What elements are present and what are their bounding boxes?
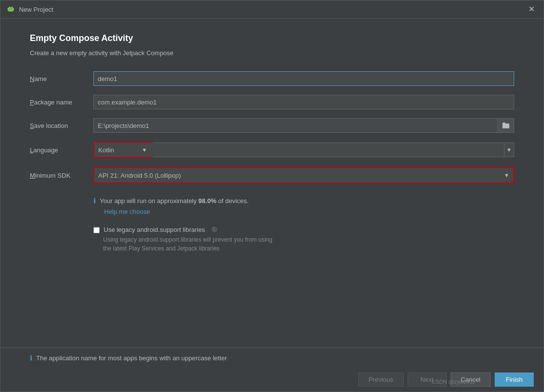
language-select-wrapper: Kotlin Java ▼ xyxy=(93,142,152,158)
minimum-sdk-select[interactable]: API 21: Android 5.0 (Lollipop) API 22: A… xyxy=(94,168,513,183)
legacy-libraries-checkbox[interactable] xyxy=(93,227,100,233)
language-dropdown-right-icon: ▼ xyxy=(504,143,514,157)
help-choose-row: Help me choose xyxy=(104,208,514,215)
browse-folder-button[interactable] xyxy=(498,118,514,133)
name-input[interactable] xyxy=(93,71,514,86)
sdk-info-icon: ℹ xyxy=(93,197,96,205)
android-logo-icon xyxy=(6,5,15,14)
new-project-dialog: New Project ✕ Empty Compose Activity Cre… xyxy=(0,0,544,392)
legacy-libraries-section: Use legacy android.support libraries ⓪ U… xyxy=(93,226,514,253)
svg-line-2 xyxy=(9,6,10,7)
legacy-checkbox-row: Use legacy android.support libraries ⓪ xyxy=(93,226,514,233)
sdk-coverage-text: Your app will run on approximately 98.0%… xyxy=(100,196,249,206)
svg-line-3 xyxy=(12,6,13,7)
minimum-sdk-row: Minimum SDK API 21: Android 5.0 (Lollipo… xyxy=(30,167,514,184)
package-name-label: Package name xyxy=(30,99,93,106)
help-me-choose-link[interactable]: Help me choose xyxy=(104,208,150,215)
package-name-input[interactable] xyxy=(93,95,514,109)
save-location-input-group xyxy=(93,118,514,133)
dialog-content: Empty Compose Activity Create a new empt… xyxy=(0,19,544,348)
title-bar: New Project ✕ xyxy=(0,0,544,19)
bottom-info-icon: ℹ xyxy=(30,354,32,362)
close-button[interactable]: ✕ xyxy=(525,4,538,14)
folder-icon xyxy=(502,122,510,129)
language-select-filler xyxy=(152,143,504,157)
watermark-text: CSDN @zyw2002 xyxy=(432,379,475,385)
section-subtitle: Create a new empty activity with Jetpack… xyxy=(30,49,514,57)
dialog-title: New Project xyxy=(19,6,53,13)
name-label: Name xyxy=(30,75,93,83)
save-location-label: Save location xyxy=(30,122,93,129)
language-label: Language xyxy=(30,146,93,154)
sdk-info-section: ℹ Your app will run on approximately 98.… xyxy=(93,196,514,215)
bottom-info-bar: ℹ The application name for most apps beg… xyxy=(0,348,544,368)
language-select[interactable]: Kotlin Java xyxy=(94,143,153,157)
minimum-sdk-label: Minimum SDK xyxy=(30,172,93,179)
legacy-libraries-help-icon[interactable]: ⓪ xyxy=(212,226,217,233)
bottom-info-text: The application name for most apps begin… xyxy=(36,354,227,362)
svg-point-0 xyxy=(9,9,10,10)
finish-button[interactable]: Finish xyxy=(495,372,534,387)
svg-point-1 xyxy=(12,9,13,10)
package-name-row: Package name xyxy=(30,95,514,109)
sdk-coverage-row: ℹ Your app will run on approximately 98.… xyxy=(93,196,514,206)
previous-button[interactable]: Previous xyxy=(358,372,404,387)
section-title: Empty Compose Activity xyxy=(30,33,514,43)
legacy-libraries-label: Use legacy android.support libraries xyxy=(104,226,205,233)
legacy-libraries-description: Using legacy android.support.libraries w… xyxy=(103,235,514,253)
minimum-sdk-select-wrapper: API 21: Android 5.0 (Lollipop) API 22: A… xyxy=(93,167,514,184)
language-row: Language Kotlin Java ▼ ▼ xyxy=(30,142,514,158)
save-location-input[interactable] xyxy=(93,118,498,133)
save-location-row: Save location xyxy=(30,118,514,133)
name-row: Name xyxy=(30,71,514,86)
title-bar-left: New Project xyxy=(6,5,53,14)
